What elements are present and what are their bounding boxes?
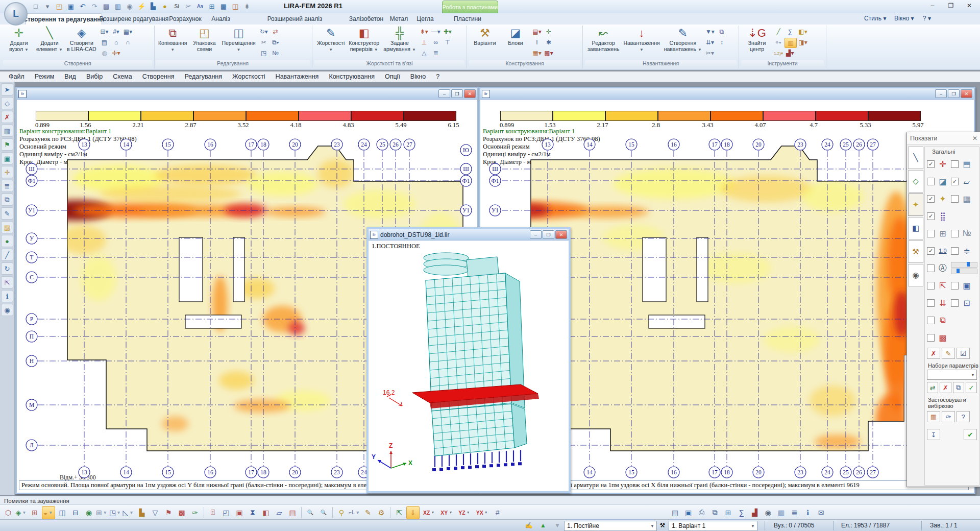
open-file-icon[interactable]: ◰ (54, 1, 64, 11)
render-icon[interactable]: ◉ (125, 1, 135, 11)
confirm-icon[interactable]: ✓ (966, 382, 977, 393)
pin-icon[interactable]: ↧ (927, 429, 940, 440)
ribbon-tab-9[interactable]: Пластини (447, 13, 488, 24)
ribbon-button-створення[interactable]: ✎Створеннянавантажень ▼ (663, 26, 703, 53)
slash-select-icon[interactable]: ◺▾ (122, 506, 135, 519)
ribbon-small-button-1-2[interactable]: ▤ (99, 38, 110, 47)
checkbox[interactable] (951, 230, 959, 237)
projection-xz-button[interactable]: XZ▼ (421, 506, 437, 519)
checkbox[interactable] (927, 230, 935, 237)
ribbon-small-button-5-2[interactable]: ⇊▾ (704, 38, 716, 47)
ribbon-small-button-3-8[interactable]: ⊤ (442, 38, 453, 47)
ribbon-small-button-4-1[interactable]: ▤▾ (531, 27, 543, 36)
ribbon-small-button-3-6[interactable]: ≣ (430, 49, 442, 58)
copy-icon[interactable]: ⧉ (1, 194, 13, 206)
ribbon-small-button-3-3[interactable]: △ (419, 49, 430, 58)
checkbox[interactable] (951, 299, 959, 307)
delete-x-icon[interactable]: ✗ (940, 382, 951, 393)
ribbon-tab-4[interactable]: Аналіз (206, 13, 236, 24)
ribbon-button-задане[interactable]: ╬Заданеармування ▼ (382, 26, 418, 53)
zoom-in-icon[interactable]: 🔍 (304, 506, 316, 519)
green-check-icon[interactable]: ✔ (964, 429, 977, 440)
ribbon-small-button-5-3[interactable]: ✂▾ (704, 49, 716, 58)
ribbon-small-button-1-4[interactable]: #▾ (111, 27, 122, 36)
ribbon-button-додати[interactable]: ✛Додативузол ▼ (4, 26, 34, 53)
visibility-tab-icon[interactable]: ◉ (908, 264, 923, 286)
menubar-item-12[interactable]: Вікно (406, 73, 430, 81)
delete-icon[interactable]: ✗ (1, 111, 13, 123)
parameter-sets-combobox[interactable]: ▼ (927, 370, 977, 380)
flags-icon[interactable]: ⚑ (1, 138, 13, 151)
doc-icon[interactable]: ▤ (669, 506, 681, 519)
pen-icon[interactable]: ✎ (1, 207, 13, 220)
show-tab-icon[interactable]: ✦ (908, 194, 923, 216)
menubar-item-8[interactable]: Жорсткості (228, 73, 270, 81)
copy2-icon[interactable]: ⧉ (709, 506, 721, 519)
menubar-item-10[interactable]: Конструювання (324, 73, 379, 81)
slider-2[interactable] (951, 269, 977, 274)
block-icon[interactable]: ▣ (1, 152, 13, 164)
camera-icon[interactable]: ◉ (762, 506, 774, 519)
vstrip-select-icon[interactable]: ◫ (56, 506, 68, 519)
design-tab-icon[interactable]: ⚒ (908, 240, 923, 263)
minimize-button[interactable]: – (924, 1, 941, 10)
coords-icon[interactable]: ⌐L▾ (349, 506, 361, 519)
ribbon-small-button-2-5[interactable]: ⧉▾ (270, 38, 281, 47)
brush-icon[interactable]: ✑ (942, 411, 955, 422)
menubar-item-5[interactable]: Схема (108, 73, 137, 81)
ribbon-small-button-4-5[interactable]: ✱ (543, 38, 554, 47)
assign-result-icon[interactable]: ✍ (524, 521, 534, 530)
package-icon[interactable]: ◫ (230, 1, 240, 11)
up-triangle-icon[interactable]: ▲ (538, 521, 548, 530)
slider-thumb[interactable] (957, 269, 960, 273)
checkbox[interactable]: ✓ (927, 160, 935, 168)
hourglass-icon[interactable]: ⧗ (247, 506, 259, 519)
tools-icon[interactable]: ✂ (183, 1, 193, 11)
menubar-item-2[interactable]: Режим (30, 73, 59, 81)
ribbon-tab-2[interactable]: Розширене редагування (102, 13, 166, 24)
save2-icon[interactable]: ▣ (682, 506, 695, 519)
building-3d-model[interactable]: 16.2ZXY (369, 240, 565, 488)
ribbon-button-переміщення[interactable]: ◫Переміщення ▼ (220, 26, 257, 53)
funnel-icon[interactable]: ▽ (149, 506, 161, 519)
dropdown-icon[interactable]: ▾ (42, 1, 53, 11)
ribbon-small-button-6-3[interactable]: 1.2)▾ (773, 49, 784, 58)
ribbon-small-button-2-3[interactable]: ◳ (258, 49, 270, 58)
loadcase-combobox[interactable]: 1. Постійне▼ (564, 521, 657, 531)
more-icon[interactable]: ⇟ (242, 1, 252, 11)
ribbon-button-жорсткості[interactable]: ✎Жорсткості ▼ (315, 26, 346, 53)
ribbon-small-button-1-1[interactable]: ⊞▾ (99, 27, 110, 36)
menu-2[interactable]: Вікно ▾ (894, 15, 914, 22)
ribbon-small-button-4-6[interactable]: ▩▾ (543, 49, 554, 58)
checkbox[interactable]: ✓ (927, 212, 935, 220)
minimize-button[interactable]: – (530, 230, 542, 239)
ribbon-button-додати[interactable]: ╲Додатиелемент ▼ (35, 26, 64, 53)
palette-icon[interactable]: ▨ (1, 221, 13, 233)
text-icon[interactable]: Aa (195, 1, 205, 11)
close-icon[interactable]: ✕ (464, 89, 476, 98)
ribbon-small-button-2-2[interactable]: ✂ (258, 38, 270, 47)
ribbon-small-button-4-3[interactable]: ▦▾ (531, 49, 543, 58)
pencil-icon[interactable]: ✎ (362, 506, 374, 519)
ribbon-small-button-4-4[interactable]: ✛ (543, 27, 554, 36)
ribbon-button-конструктор[interactable]: ◧Конструкторперерізів ▼ (347, 26, 381, 53)
section-icon[interactable]: ◧ (260, 506, 272, 519)
redo-icon[interactable]: ↷ (89, 1, 100, 11)
design-variant-icon[interactable]: ⚒ (657, 521, 668, 530)
ribbon-small-button-6-6[interactable]: ▟▾ (785, 49, 796, 58)
plane-icon[interactable]: ▱ (273, 506, 285, 519)
info-icon[interactable]: ℹ (1, 290, 13, 302)
zoom-out-icon[interactable]: 🔍 (317, 506, 330, 519)
ribbon-button-створити[interactable]: ◈Створитив LIRA-CAD (65, 26, 98, 53)
ribbon-small-button-2-1[interactable]: ↻▾ (258, 27, 270, 36)
restore-button[interactable]: ❐ (543, 230, 554, 239)
projection-xy-button[interactable]: XY▼ (438, 506, 455, 519)
ribbon-button-знайти[interactable]: ⇣GЗнайтицентр (742, 26, 772, 53)
ribbon-small-button-1-6[interactable]: ✢▾ (111, 49, 122, 58)
ribbon-small-button-6-5[interactable]: ▥ (785, 38, 797, 48)
window-titlebar[interactable]: lir – ❐ ✕ (480, 88, 974, 100)
ribbon-small-button-5-5[interactable]: ↕ (716, 38, 727, 47)
window-titlebar[interactable]: lir dobrohot_DSTU98_1ld.lir – ❐ ✕ (369, 229, 569, 240)
flash-icon[interactable]: ⚡ (136, 1, 146, 11)
menubar-item-7[interactable]: Редагування (180, 73, 227, 81)
